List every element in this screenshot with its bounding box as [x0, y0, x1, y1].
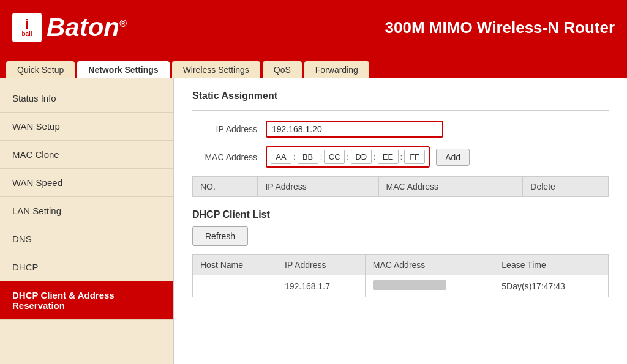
- mac-sep-1: :: [293, 152, 296, 162]
- logo-ball: ball: [21, 31, 32, 37]
- dhcp-table-body: 192.168.1.7 5Day(s)17:47:43: [193, 275, 609, 297]
- ip-field-group: 192.168.1.: [266, 121, 443, 138]
- logo-name: Baton®: [47, 15, 127, 40]
- assignment-col-mac: MAC Address: [378, 177, 523, 197]
- dhcp-table: Host Name IP Address MAC Address Lease T…: [192, 254, 609, 297]
- mac-address-row: MAC Address : : : : : Add: [192, 146, 609, 168]
- nav-bar: Quick Setup Network Settings Wireless Se…: [0, 55, 627, 78]
- mac-sep-4: :: [373, 152, 377, 162]
- logo-box: i ball: [12, 13, 42, 42]
- sidebar: Status Info WAN Setup MAC Clone WAN Spee…: [0, 78, 174, 364]
- dhcp-col-hostname: Host Name: [193, 255, 277, 275]
- assignment-col-ip: IP Address: [258, 177, 378, 197]
- dhcp-col-lease: Lease Time: [494, 255, 609, 275]
- dhcp-ip-cell: 192.168.1.7: [277, 275, 366, 297]
- mac-octet-4[interactable]: [351, 150, 372, 164]
- dhcp-lease-cell: 5Day(s)17:47:43: [494, 275, 609, 297]
- mac-octet-3[interactable]: [324, 150, 345, 164]
- divider-1: [192, 110, 609, 111]
- tab-wireless-settings[interactable]: Wireless Settings: [172, 61, 260, 78]
- add-button[interactable]: Add: [436, 149, 470, 166]
- mac-octet-6[interactable]: [404, 150, 425, 164]
- assignment-table: NO. IP Address MAC Address Delete: [192, 176, 609, 197]
- tab-qos[interactable]: QoS: [263, 61, 302, 78]
- mac-field-group: : : : : :: [266, 146, 430, 168]
- mac-octet-5[interactable]: [378, 150, 399, 164]
- mac-sep-3: :: [346, 152, 350, 162]
- dhcp-client-list-title: DHCP Client List: [192, 209, 609, 220]
- sidebar-item-dhcp-client[interactable]: DHCP Client & Address Reservation: [0, 281, 173, 320]
- header: i ball Baton® 300M MIMO Wireless-N Route…: [0, 0, 627, 55]
- mac-octet-1[interactable]: [271, 150, 291, 164]
- tab-quick-setup[interactable]: Quick Setup: [6, 61, 75, 78]
- ip-address-row: IP Address 192.168.1.: [192, 121, 609, 138]
- ip-address-label: IP Address: [192, 124, 266, 134]
- logo-area: i ball Baton®: [12, 13, 127, 42]
- main-layout: Status Info WAN Setup MAC Clone WAN Spee…: [0, 78, 627, 364]
- dhcp-mac-cell: [365, 275, 494, 297]
- ip-input[interactable]: [312, 124, 349, 134]
- content-area: Static Assignment IP Address 192.168.1. …: [174, 78, 627, 364]
- sidebar-item-dns[interactable]: DNS: [0, 225, 173, 253]
- sidebar-item-dhcp[interactable]: DHCP: [0, 253, 173, 281]
- static-assignment-title: Static Assignment: [192, 91, 609, 102]
- dhcp-hostname-cell: [193, 275, 277, 297]
- dhcp-col-mac: MAC Address: [365, 255, 494, 275]
- assignment-col-delete: Delete: [523, 177, 609, 197]
- mac-address-label: MAC Address: [192, 152, 266, 162]
- refresh-button[interactable]: Refresh: [192, 226, 248, 246]
- logo-i: i: [25, 18, 29, 31]
- sidebar-item-wan-speed[interactable]: WAN Speed: [0, 169, 173, 197]
- table-row: 192.168.1.7 5Day(s)17:47:43: [193, 275, 609, 297]
- tab-forwarding[interactable]: Forwarding: [304, 61, 369, 78]
- mac-blurred: [373, 280, 446, 290]
- mac-sep-5: :: [400, 152, 404, 162]
- tab-network-settings[interactable]: Network Settings: [77, 61, 169, 78]
- mac-sep-2: :: [320, 152, 323, 162]
- ip-prefix: 192.168.1.: [272, 124, 312, 134]
- mac-octet-2[interactable]: [298, 150, 318, 164]
- sidebar-item-wan-setup[interactable]: WAN Setup: [0, 113, 173, 141]
- assignment-col-no: NO.: [193, 177, 258, 197]
- sidebar-item-lan-setting[interactable]: LAN Setting: [0, 197, 173, 225]
- sidebar-item-mac-clone[interactable]: MAC Clone: [0, 141, 173, 169]
- sidebar-item-status-info[interactable]: Status Info: [0, 84, 173, 113]
- dhcp-col-ip: IP Address: [277, 255, 366, 275]
- header-title: 300M MIMO Wireless-N Router: [385, 18, 615, 37]
